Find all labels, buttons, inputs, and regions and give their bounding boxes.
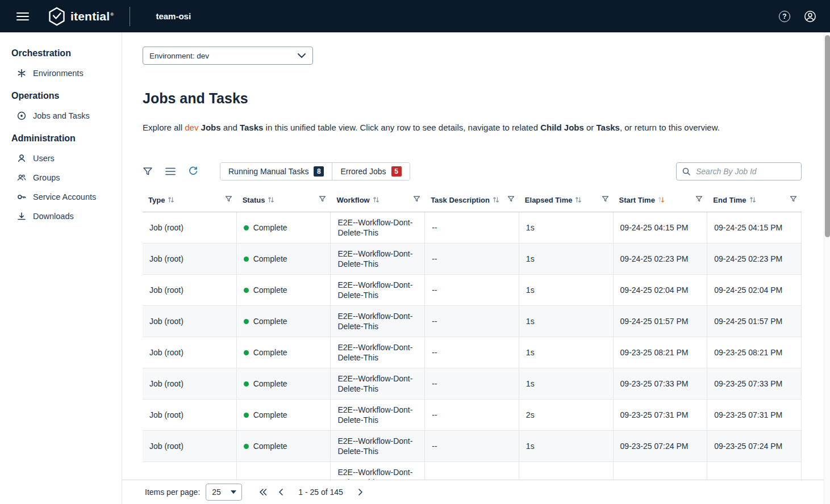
column-header-status[interactable]: Status <box>237 188 331 212</box>
status-dot <box>244 350 249 355</box>
cell-start-time: 09-24-25 04:15 PM <box>614 212 708 243</box>
cell-start-time: 09-23-25 07:33 PM <box>614 368 708 399</box>
cell-status: Complete <box>237 212 331 243</box>
column-header-end-time[interactable]: End Time <box>707 188 802 212</box>
sidebar-section-orchestration: Orchestration Environments <box>0 40 122 83</box>
table-row-partial[interactable]: E2E--Workflow-Dont-Delete-This <box>143 462 802 480</box>
cell-type <box>143 462 237 480</box>
topbar-divider <box>130 7 130 26</box>
table-row[interactable]: Job (root) Complete E2E--Workflow-Dont-D… <box>143 368 802 400</box>
sidebar-heading-operations: Operations <box>0 83 122 106</box>
cell-task-description: -- <box>425 400 519 430</box>
cell-workflow: E2E--Workflow-Dont-Delete-This <box>331 431 425 461</box>
account-icon[interactable] <box>804 10 816 23</box>
sidebar: Orchestration Environments Operations Jo… <box>0 32 122 504</box>
status-dot <box>244 381 249 387</box>
table-row[interactable]: Job (root) Complete E2E--Workflow-Dont-D… <box>143 400 802 431</box>
table-row[interactable]: Job (root) Complete E2E--Workflow-Dont-D… <box>143 212 802 243</box>
cell-elapsed-time: 2s <box>519 400 614 430</box>
search-input[interactable] <box>676 162 802 180</box>
environment-select[interactable]: Environment: dev <box>143 47 313 65</box>
key-icon <box>17 192 26 201</box>
cell-end-time: 09-23-25 07:24 PM <box>707 431 802 461</box>
column-header-elapsed-time[interactable]: Elapsed Time <box>519 188 614 212</box>
sort-icon[interactable] <box>373 196 379 203</box>
cell-task-description: -- <box>425 368 519 399</box>
table-row[interactable]: Job (root) Complete E2E--Workflow-Dont-D… <box>143 431 802 462</box>
help-icon[interactable]: ? <box>779 11 790 22</box>
sidebar-item-service-accounts[interactable]: Service Accounts <box>0 187 122 207</box>
status-dot <box>244 288 249 293</box>
cell-end-time: 09-24-25 04:15 PM <box>707 212 802 243</box>
cell-status <box>237 462 331 480</box>
cell-elapsed-time: 1s <box>519 306 614 337</box>
columns-menu-icon[interactable] <box>165 167 176 175</box>
group-icon <box>17 173 26 182</box>
table-row[interactable]: Job (root) Complete E2E--Workflow-Dont-D… <box>143 337 802 368</box>
cell-workflow: E2E--Workflow-Dont-Delete-This <box>331 462 425 480</box>
previous-page-button[interactable] <box>273 486 289 498</box>
cell-end-time: 09-23-25 07:31 PM <box>707 400 802 430</box>
cell-start-time: 09-24-25 02:23 PM <box>614 243 708 274</box>
sort-icon[interactable] <box>268 196 274 203</box>
registered-mark: ® <box>110 12 114 17</box>
filter-icon[interactable] <box>316 195 326 204</box>
cell-elapsed-time <box>519 462 614 480</box>
environments-icon <box>17 69 26 78</box>
items-per-page-label: Items per page: <box>145 488 200 497</box>
errored-jobs-count-badge: 5 <box>391 166 402 177</box>
cell-type: Job (root) <box>143 368 237 399</box>
sort-icon[interactable] <box>168 196 174 203</box>
sidebar-item-jobs-and-tasks[interactable]: Jobs and Tasks <box>0 106 122 125</box>
errored-jobs-button[interactable]: Errored Jobs 5 <box>332 163 409 180</box>
filter-icon[interactable] <box>411 195 420 204</box>
column-header-task-description[interactable]: Task Description <box>425 188 519 212</box>
sort-icon[interactable] <box>749 196 756 203</box>
sort-icon[interactable] <box>493 196 499 203</box>
table-row[interactable]: Job (root) Complete E2E--Workflow-Dont-D… <box>143 306 802 337</box>
status-dot <box>244 319 249 324</box>
column-header-type[interactable]: Type <box>143 188 237 212</box>
cell-start-time: 09-23-25 07:24 PM <box>614 431 708 461</box>
column-header-start-time[interactable]: Start Time <box>614 188 708 212</box>
cell-workflow: E2E--Workflow-Dont-Delete-This <box>331 306 425 337</box>
cell-task-description: -- <box>425 431 519 461</box>
scrollbar-track[interactable] <box>824 32 830 504</box>
sidebar-item-users[interactable]: Users <box>0 149 122 168</box>
filter-icon[interactable] <box>787 195 797 204</box>
sidebar-item-groups[interactable]: Groups <box>0 168 122 187</box>
filter-icon[interactable] <box>599 195 609 204</box>
cell-end-time: 09-23-25 08:21 PM <box>707 337 802 368</box>
sidebar-item-environments[interactable]: Environments <box>0 64 122 83</box>
filter-icon[interactable] <box>505 195 515 204</box>
filter-icon[interactable] <box>693 195 703 204</box>
table-row[interactable]: Job (root) Complete E2E--Workflow-Dont-D… <box>143 275 802 306</box>
environment-select-value: Environment: dev <box>149 52 209 60</box>
jobs-table: Type Status Workflow <box>143 188 802 480</box>
cell-workflow: E2E--Workflow-Dont-Delete-This <box>331 243 425 274</box>
sidebar-section-administration: Administration Users Groups Service Acco… <box>0 125 122 226</box>
table-body: Job (root) Complete E2E--Workflow-Dont-D… <box>143 212 802 480</box>
cell-elapsed-time: 1s <box>519 212 614 243</box>
running-manual-tasks-button[interactable]: Running Manual Tasks 8 <box>220 163 332 180</box>
scrollbar-thumb[interactable] <box>825 35 830 237</box>
table-row[interactable]: Job (root) Complete E2E--Workflow-Dont-D… <box>143 243 802 275</box>
sort-icon[interactable] <box>575 196 582 203</box>
sort-icon-active[interactable] <box>658 196 665 203</box>
first-page-button[interactable] <box>253 486 273 498</box>
jobs-and-tasks-icon <box>17 111 26 120</box>
sidebar-item-label: Jobs and Tasks <box>33 111 90 120</box>
sidebar-heading-orchestration: Orchestration <box>0 40 122 64</box>
column-header-workflow[interactable]: Workflow <box>331 188 425 212</box>
sidebar-item-downloads[interactable]: Downloads <box>0 207 122 226</box>
clear-filter-icon[interactable] <box>143 166 153 177</box>
items-per-page-select[interactable]: 25 <box>206 484 242 501</box>
menu-icon[interactable] <box>14 10 31 23</box>
filter-icon[interactable] <box>223 195 232 204</box>
cell-type: Job (root) <box>143 431 237 461</box>
cell-task-description: -- <box>425 275 519 305</box>
cell-status: Complete <box>237 306 331 337</box>
brand-name: itential® <box>70 10 114 23</box>
refresh-icon[interactable] <box>188 166 198 177</box>
next-page-button[interactable] <box>352 486 369 498</box>
